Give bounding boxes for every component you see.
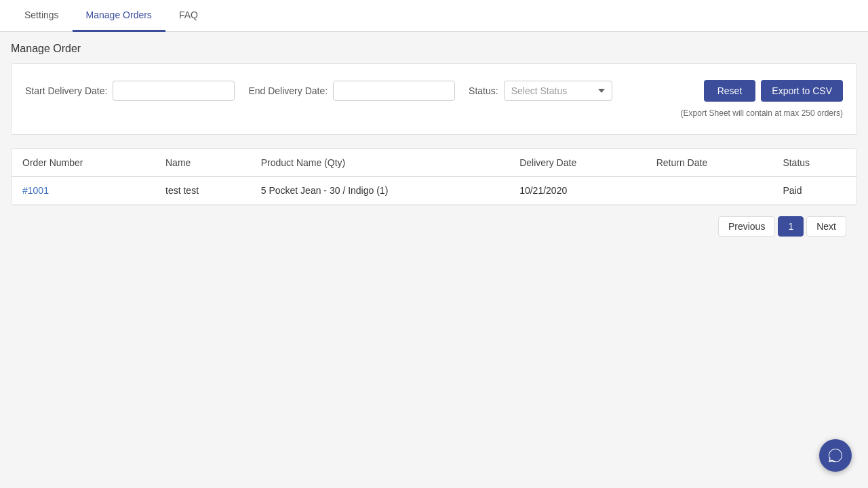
page-1-button[interactable]: 1 [778,216,804,237]
pagination: Previous 1 Next [11,205,857,247]
orders-table-container: Order Number Name Product Name (Qty) Del… [11,148,857,205]
export-note: (Export Sheet will contain at max 250 or… [25,108,843,118]
col-order-number: Order Number [12,149,155,177]
table-body: #1001 test test 5 Pocket Jean - 30 / Ind… [12,177,856,205]
col-product-name: Product Name (Qty) [250,149,509,177]
cell-name: test test [155,177,250,205]
status-select[interactable]: Select Status Paid Pending [504,81,612,101]
nav-tabs: Settings Manage Orders FAQ [0,0,868,32]
start-delivery-input[interactable] [113,81,235,101]
col-status: Status [772,149,856,177]
action-buttons: Reset Export to CSV [704,80,843,102]
next-button[interactable]: Next [806,216,846,237]
filter-card: Start Delivery Date: End Delivery Date: … [11,63,857,135]
start-delivery-group: Start Delivery Date: [25,81,235,101]
cell-return-date [646,177,772,205]
filter-row: Start Delivery Date: End Delivery Date: … [25,80,843,102]
table-header: Order Number Name Product Name (Qty) Del… [12,149,856,177]
tab-manage-orders[interactable]: Manage Orders [73,0,165,32]
table-header-row: Order Number Name Product Name (Qty) Del… [12,149,856,177]
status-group: Status: Select Status Paid Pending [469,81,612,101]
previous-button[interactable]: Previous [718,216,775,237]
page-title: Manage Order [11,43,857,55]
tab-faq[interactable]: FAQ [165,0,212,32]
end-delivery-label: End Delivery Date: [248,85,328,96]
end-delivery-input[interactable] [333,81,455,101]
order-number-link[interactable]: #1001 [22,185,49,196]
reset-button[interactable]: Reset [704,80,756,102]
page-content: Manage Order Start Delivery Date: End De… [0,32,868,258]
cell-status: Paid [772,177,856,205]
status-label: Status: [469,85,498,96]
orders-table: Order Number Name Product Name (Qty) Del… [12,149,856,205]
cell-delivery-date: 10/21/2020 [509,177,646,205]
end-delivery-group: End Delivery Date: [248,81,455,101]
cell-order-number: #1001 [12,177,155,205]
cell-product-name: 5 Pocket Jean - 30 / Indigo (1) [250,177,509,205]
col-delivery-date: Delivery Date [509,149,646,177]
start-delivery-label: Start Delivery Date: [25,85,107,96]
export-csv-button[interactable]: Export to CSV [761,80,843,102]
col-name: Name [155,149,250,177]
tab-settings[interactable]: Settings [11,0,73,32]
table-row: #1001 test test 5 Pocket Jean - 30 / Ind… [12,177,856,205]
col-return-date: Return Date [646,149,772,177]
